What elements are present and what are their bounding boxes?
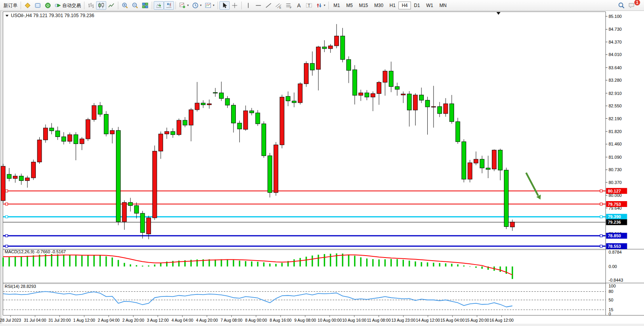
- text-label-button[interactable]: T: [304, 1, 314, 10]
- timeframe-h4[interactable]: H4: [398, 2, 411, 9]
- time-tick-label: 2 Aug 20:00: [122, 318, 144, 322]
- resistance-line-2-handle[interactable]: [5, 203, 8, 205]
- crosshair-button[interactable]: [230, 1, 240, 10]
- macd-label: MACD(12,26,9) -0.7660 -0.5167: [5, 249, 66, 254]
- timeframe-m15[interactable]: M15: [356, 2, 371, 9]
- candle-body: [13, 176, 18, 179]
- tile-windows-button[interactable]: [140, 1, 150, 10]
- candlestick-chart-button[interactable]: [96, 1, 106, 10]
- autotrading-button[interactable]: 自动交易: [53, 1, 82, 10]
- support-line-cyan-handle[interactable]: [600, 216, 602, 218]
- support-line-blue-1-handle[interactable]: [600, 235, 602, 237]
- support-line-blue-2-handle[interactable]: [5, 245, 8, 247]
- resistance-line-2-price-badge-label: 79.753: [608, 202, 621, 207]
- timeframe-h1[interactable]: H1: [386, 2, 398, 9]
- candle-body: [286, 96, 290, 101]
- zoom-in-button[interactable]: [120, 1, 130, 10]
- timeframe-w1[interactable]: W1: [423, 2, 436, 9]
- candle-body: [359, 93, 363, 95]
- time-tick-label: 31 Jul 20:00: [49, 318, 71, 322]
- support-line-cyan-handle[interactable]: [5, 216, 8, 218]
- candles-icon: [98, 2, 105, 9]
- indicators-icon: [179, 2, 186, 9]
- support-line-blue-1-handle[interactable]: [5, 235, 8, 237]
- bars-icon: [88, 2, 95, 9]
- chart-shift-button[interactable]: [164, 1, 174, 10]
- arrows-icon: [316, 2, 323, 9]
- cursor-button[interactable]: [219, 1, 230, 10]
- candle-body: [31, 162, 35, 178]
- timeframe-m1[interactable]: M1: [330, 2, 343, 9]
- search-button[interactable]: [616, 1, 626, 10]
- resistance-line-2-handle[interactable]: [600, 203, 602, 205]
- candle-body: [244, 111, 248, 130]
- chart-title: USOil-,H4 79.121 79.301 79.105 79.236: [11, 13, 94, 18]
- candle-body: [213, 93, 218, 93]
- fibonacci-button[interactable]: F: [284, 1, 294, 10]
- candle-body: [444, 104, 448, 114]
- clock-icon: [192, 2, 199, 9]
- bar-chart-button[interactable]: [86, 1, 96, 10]
- timeframe-m15-label: M15: [359, 1, 368, 10]
- timeframe-m5[interactable]: M5: [343, 2, 356, 9]
- window-bottom-strip: [0, 324, 644, 326]
- vline-icon: [245, 2, 252, 9]
- toolbar-separator: [218, 2, 218, 9]
- candle-body: [25, 178, 30, 181]
- notifications-chat[interactable]: 1: [626, 1, 637, 10]
- candle-body: [261, 124, 266, 156]
- chart-background: [0, 11, 644, 326]
- trendline-button[interactable]: [263, 1, 274, 10]
- svg-text:F: F: [290, 6, 291, 9]
- line-chart-button[interactable]: [106, 1, 116, 10]
- marketwatch-button[interactable]: [23, 1, 33, 10]
- text-tool-button[interactable]: A: [294, 1, 304, 10]
- profiles-button[interactable]: [33, 1, 43, 10]
- chevron-down-icon: ▾: [187, 4, 189, 7]
- candle-body: [413, 95, 418, 110]
- price-tick-label: 85.100: [609, 14, 622, 19]
- resistance-line-1-handle[interactable]: [5, 190, 8, 192]
- candle-body: [44, 128, 48, 140]
- zoom-out-icon: [132, 2, 139, 9]
- vertical-line-button[interactable]: [243, 1, 253, 10]
- time-tick-label: 8 Aug 00:00: [245, 318, 267, 322]
- equidistant-channel-button[interactable]: E: [274, 1, 284, 10]
- auto-scroll-button[interactable]: [154, 1, 164, 10]
- signals-button[interactable]: [43, 1, 53, 10]
- candle-body: [498, 150, 502, 170]
- toolbar: 新订单自动交易▾▾▾EFAT▾M1M5M15M30H1H4D1W1MN1: [0, 0, 644, 11]
- candle-body: [510, 222, 514, 227]
- support-line-blue-2-handle[interactable]: [600, 245, 602, 247]
- candle-body: [298, 84, 302, 103]
- candle-body: [365, 93, 369, 97]
- candle-body: [183, 120, 187, 125]
- chevron-down-icon: ▾: [200, 4, 202, 7]
- new-order-button[interactable]: 新订单: [2, 1, 19, 10]
- price-tick-label: 80.730: [609, 167, 622, 172]
- timeframe-m30[interactable]: M30: [371, 2, 386, 9]
- chart-area[interactable]: USOil-,H4 79.121 79.301 79.105 79.23685.…: [0, 11, 644, 326]
- candle-body: [159, 134, 163, 151]
- candle-body: [456, 122, 460, 142]
- horizontal-line-button[interactable]: [253, 1, 263, 10]
- candle-body: [274, 145, 278, 193]
- periods-button[interactable]: ▾: [190, 1, 203, 10]
- indicators-button[interactable]: ▾: [177, 1, 190, 10]
- tile-windows-icon: [142, 2, 149, 9]
- candle-body: [316, 47, 321, 70]
- candle-body: [347, 60, 351, 70]
- timeframe-mn[interactable]: MN: [436, 2, 450, 9]
- time-tick-label: 7 Aug 08:00: [221, 318, 242, 322]
- price-tick-label: 83.640: [609, 65, 622, 70]
- candle-body: [407, 94, 411, 110]
- fibo-icon: F: [285, 2, 292, 9]
- candle-body: [122, 202, 126, 222]
- arrows-button[interactable]: ▾: [314, 1, 327, 10]
- timeframe-d1[interactable]: D1: [411, 2, 423, 9]
- price-tick-label: 81.820: [609, 129, 622, 134]
- templates-button[interactable]: ▾: [203, 1, 216, 10]
- autotrading-button-label: 自动交易: [62, 1, 81, 10]
- zoom-out-button[interactable]: [130, 1, 140, 10]
- resistance-line-1-handle[interactable]: [600, 190, 602, 192]
